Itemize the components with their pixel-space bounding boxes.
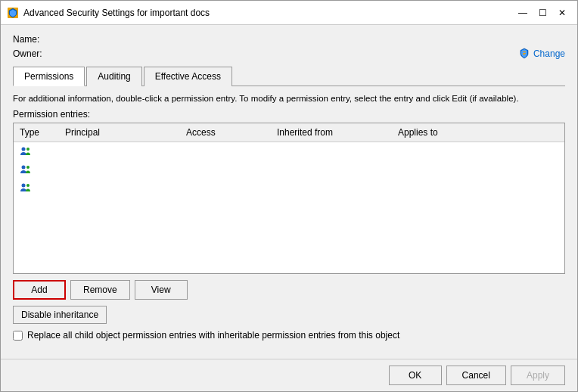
main-window: Advanced Security Settings for important… bbox=[0, 0, 578, 392]
name-row: Name: bbox=[13, 34, 565, 45]
svg-rect-1 bbox=[523, 51, 526, 52]
row2-principal bbox=[59, 168, 180, 171]
title-bar: Advanced Security Settings for important… bbox=[1, 1, 577, 25]
disable-inheritance-container: Disable inheritance bbox=[13, 306, 565, 330]
owner-row: Owner: Change bbox=[13, 48, 565, 60]
replace-permissions-label: Replace all child object permission entr… bbox=[27, 330, 399, 341]
svg-rect-2 bbox=[523, 53, 526, 54]
remove-button[interactable]: Remove bbox=[70, 280, 130, 300]
window-title: Advanced Security Settings for important… bbox=[23, 8, 514, 18]
disable-inheritance-button[interactable]: Disable inheritance bbox=[13, 306, 107, 324]
window-icon bbox=[7, 7, 19, 19]
user-group-icon bbox=[20, 163, 32, 176]
replace-permissions-checkbox[interactable] bbox=[13, 331, 23, 341]
svg-point-5 bbox=[26, 148, 30, 151]
table-row[interactable] bbox=[14, 160, 564, 179]
row2-applies bbox=[392, 168, 564, 171]
svg-point-4 bbox=[22, 148, 26, 151]
row2-access bbox=[180, 168, 271, 171]
tabs-container: Permissions Auditing Effective Access bbox=[13, 66, 565, 86]
tab-effective-access[interactable]: Effective Access bbox=[144, 67, 232, 86]
shield-change-icon bbox=[518, 48, 530, 60]
content-area: Name: Owner: Change Permissions bbox=[1, 25, 577, 359]
ok-button[interactable]: OK bbox=[389, 366, 442, 385]
apply-button[interactable]: Apply bbox=[511, 366, 565, 385]
bottom-bar: OK Cancel Apply bbox=[1, 359, 577, 391]
add-button[interactable]: Add bbox=[13, 280, 66, 300]
row3-principal bbox=[59, 186, 180, 189]
col-applies-to: Applies to bbox=[392, 126, 564, 139]
col-inherited-from: Inherited from bbox=[271, 126, 392, 139]
action-buttons: Add Remove View bbox=[13, 280, 565, 300]
row1-principal bbox=[59, 150, 180, 153]
row3-applies bbox=[392, 186, 564, 189]
svg-rect-3 bbox=[523, 54, 525, 55]
row1-type bbox=[14, 144, 59, 159]
view-button[interactable]: View bbox=[135, 280, 188, 300]
svg-point-6 bbox=[22, 166, 26, 170]
minimize-button[interactable]: — bbox=[514, 4, 532, 22]
svg-point-7 bbox=[26, 166, 30, 169]
svg-point-9 bbox=[26, 184, 30, 187]
row1-inherited bbox=[271, 150, 392, 153]
user-group-icon bbox=[20, 182, 32, 194]
row3-inherited bbox=[271, 186, 392, 189]
permissions-table: Type Principal Access Inherited from App… bbox=[13, 123, 565, 274]
tab-permissions[interactable]: Permissions bbox=[13, 67, 85, 86]
row3-type bbox=[14, 180, 59, 195]
row1-applies bbox=[392, 150, 564, 153]
col-access: Access bbox=[180, 126, 271, 139]
owner-label: Owner: bbox=[13, 48, 51, 59]
perm-entries-label: Permission entries: bbox=[13, 109, 565, 120]
row1-access bbox=[180, 150, 271, 153]
row2-type bbox=[14, 162, 59, 177]
tab-auditing[interactable]: Auditing bbox=[86, 67, 141, 86]
user-group-icon bbox=[20, 145, 32, 157]
row3-access bbox=[180, 186, 271, 189]
maximize-button[interactable]: ☐ bbox=[533, 4, 552, 22]
cancel-button[interactable]: Cancel bbox=[446, 366, 506, 385]
col-type: Type bbox=[14, 126, 59, 139]
col-principal: Principal bbox=[59, 126, 180, 139]
table-row[interactable] bbox=[14, 179, 564, 197]
close-button[interactable]: ✕ bbox=[553, 4, 571, 22]
checkbox-row: Replace all child object permission entr… bbox=[13, 330, 565, 341]
title-bar-controls: — ☐ ✕ bbox=[514, 4, 571, 22]
svg-point-8 bbox=[22, 184, 26, 188]
table-row[interactable] bbox=[14, 142, 564, 160]
change-owner-link[interactable]: Change bbox=[518, 48, 565, 60]
table-header: Type Principal Access Inherited from App… bbox=[14, 123, 564, 142]
name-label: Name: bbox=[13, 34, 51, 45]
row2-inherited bbox=[271, 168, 392, 171]
info-text: For additional information, double-click… bbox=[13, 92, 565, 104]
change-link-text: Change bbox=[533, 48, 565, 59]
